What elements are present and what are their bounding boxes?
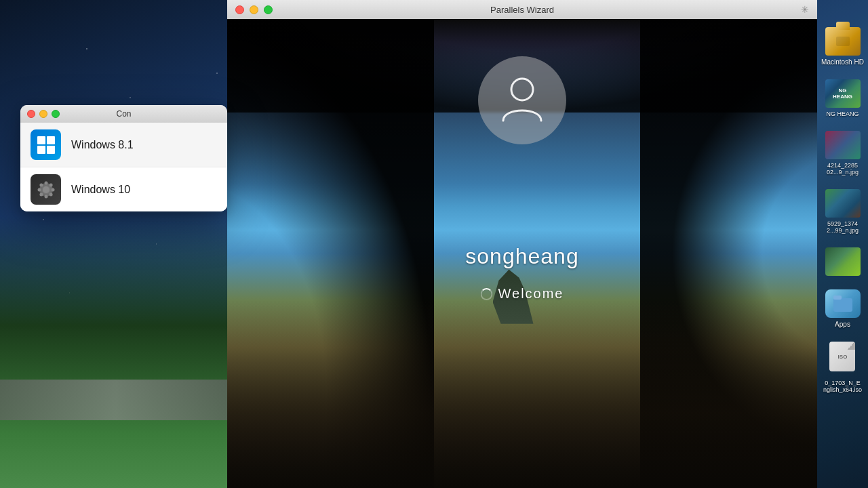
control-window-title: Con [116, 109, 131, 119]
sidebar-item-ng-heang[interactable]: NGHEANG NG HEANG [825, 79, 861, 117]
close-button[interactable] [235, 5, 244, 14]
control-close-button[interactable] [27, 110, 35, 118]
svg-rect-0 [836, 37, 850, 46]
vm-name-windows10: Windows 10 [71, 184, 130, 196]
right-sidebar: Macintosh HD NGHEANG NG HEANG 4214_22850… [817, 0, 868, 488]
svg-point-8 [51, 188, 54, 191]
welcome-spinner-icon [481, 288, 493, 300]
macintosh-hd-icon [825, 27, 861, 56]
windows-login-screen: songheang Welcome [227, 19, 817, 488]
svg-point-11 [49, 183, 52, 186]
vm-item-windows81[interactable]: Windows 8.1 [20, 123, 227, 167]
sidebar-item-image2[interactable]: 5929_13742...99_n.jpg [825, 189, 861, 234]
svg-point-6 [44, 195, 47, 198]
username-display: songheang [465, 244, 578, 269]
svg-point-5 [44, 181, 47, 184]
image1-label: 4214_228502...9_n.jpg [827, 162, 859, 176]
windows-logo-81 [37, 136, 55, 154]
cave-bottom-dark [227, 300, 817, 488]
image2-label: 5929_13742...99_n.jpg [827, 220, 859, 234]
image2-thumbnail [825, 189, 861, 218]
control-window: Con Windows 8.1 [20, 105, 227, 211]
welcome-container: Welcome [481, 286, 564, 302]
minimize-button[interactable] [250, 5, 258, 14]
control-maximize-button[interactable] [52, 110, 60, 118]
control-titlebar: Con [20, 105, 227, 123]
sidebar-item-image1[interactable]: 4214_228502...9_n.jpg [825, 131, 861, 176]
windows10-loading-icon [37, 180, 56, 199]
control-minimize-button[interactable] [39, 110, 47, 118]
windows81-icon [31, 129, 61, 160]
vm-item-windows10[interactable]: Windows 10 [20, 167, 227, 211]
user-avatar-icon [495, 72, 549, 129]
maximize-button[interactable] [264, 5, 273, 14]
user-avatar [478, 56, 566, 144]
sidebar-item-image3[interactable] [825, 247, 861, 276]
svg-point-9 [39, 183, 43, 186]
svg-point-3 [511, 79, 533, 100]
apps-folder-icon [825, 289, 861, 318]
svg-rect-1 [833, 298, 852, 312]
image1-thumbnail [825, 131, 861, 159]
svg-rect-2 [833, 296, 842, 300]
vm-name-windows81: Windows 8.1 [71, 139, 134, 151]
loading-spinner-icon: ✳ [801, 4, 809, 15]
windows10-icon [31, 174, 61, 205]
parallels-titlebar: Parallels Wizard ✳ [227, 0, 817, 19]
vm-list: Windows 8.1 [20, 123, 227, 211]
traffic-lights [235, 5, 273, 14]
parallels-wizard-window: Parallels Wizard ✳ [227, 0, 817, 488]
sidebar-item-iso[interactable]: ISO 0_1703_N_English_x64.iso [823, 342, 862, 393]
image3-thumbnail [825, 247, 861, 276]
apps-label: Apps [835, 321, 850, 328]
parallels-window-title: Parallels Wizard [490, 5, 554, 15]
ng-heang-label: NG HEANG [826, 110, 859, 117]
sidebar-item-macintosh-hd[interactable]: Macintosh HD [821, 27, 864, 66]
control-traffic-lights [27, 110, 60, 118]
ng-heang-thumbnail: NGHEANG [825, 79, 861, 108]
svg-point-12 [39, 192, 43, 196]
welcome-text: Welcome [498, 286, 564, 302]
sidebar-item-apps[interactable]: Apps [825, 289, 861, 328]
svg-point-7 [37, 188, 41, 191]
city-scene [0, 217, 231, 488]
macintosh-hd-label: Macintosh HD [821, 58, 864, 66]
svg-point-10 [49, 192, 52, 196]
iso-file-icon: ISO [825, 342, 860, 377]
svg-point-4 [43, 186, 50, 193]
iso-label: 0_1703_N_English_x64.iso [823, 380, 862, 393]
